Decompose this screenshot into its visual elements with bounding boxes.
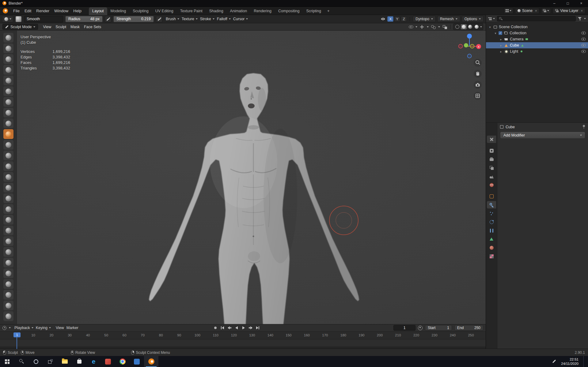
visibility-eye-icon[interactable] [581, 50, 586, 53]
workspace-tab[interactable]: Sculpting [129, 7, 152, 15]
taskbar-app-button[interactable] [130, 356, 144, 367]
gizmo-neg-x-axis[interactable] [459, 44, 463, 48]
gizmo-neg-y-axis[interactable] [470, 44, 474, 48]
timeline-popover[interactable]: Playback [13, 326, 35, 330]
properties-tab[interactable] [487, 173, 496, 180]
sculpt-popover[interactable]: Options [462, 16, 484, 22]
strength-slider[interactable]: Strength 0.219 [113, 16, 154, 22]
filter-icon[interactable] [578, 17, 582, 21]
taskbar-app-button[interactable] [43, 356, 58, 367]
sculpt-tool-button[interactable] [3, 193, 13, 203]
shading-material-button[interactable] [467, 24, 473, 29]
workspace-tab[interactable]: Modeling [107, 7, 130, 15]
sculpt-tool-button[interactable] [3, 86, 13, 96]
active-tool-dropdown[interactable] [2, 16, 13, 22]
workspace-tab[interactable]: Scripting [303, 7, 324, 15]
visibility-eye-icon[interactable] [409, 25, 413, 28]
play-reverse-button[interactable] [233, 325, 240, 331]
properties-tab[interactable] [487, 164, 496, 171]
camera-view-button[interactable] [474, 81, 482, 89]
taskbar-app-button[interactable] [144, 356, 158, 367]
mirror-axis-button[interactable]: Z [401, 16, 407, 22]
taskbar-app-button[interactable] [115, 356, 130, 367]
workspace-tab[interactable]: UV Editing [152, 7, 177, 15]
sculpt-tool-button[interactable] [3, 290, 13, 300]
outliner-row[interactable]: ▾ Collection [486, 30, 588, 36]
browse-scene-button[interactable] [504, 8, 513, 14]
outliner-search-input[interactable] [497, 16, 576, 21]
pen-icon[interactable] [552, 359, 556, 364]
sculpt-tool-button[interactable] [3, 236, 13, 246]
visibility-eye-icon[interactable] [581, 44, 586, 47]
sculpt-tool-button[interactable] [3, 151, 13, 160]
properties-tab[interactable] [487, 244, 496, 251]
workspace-tab[interactable]: Compositing [275, 7, 303, 15]
tool-popover[interactable]: Stroke [199, 17, 216, 21]
expander-icon[interactable]: ▸ [499, 38, 503, 41]
properties-tab[interactable] [487, 218, 496, 226]
sculpt-tool-button[interactable] [3, 247, 13, 257]
timeline-editor-type-icon[interactable] [2, 326, 6, 330]
prev-keyframe-button[interactable] [226, 325, 233, 331]
expander-icon[interactable]: ▸ [499, 50, 503, 53]
expander-icon[interactable]: ▾ [488, 25, 491, 29]
outliner-item-label[interactable]: Light [510, 49, 518, 54]
sculpt-tool-button[interactable] [3, 226, 13, 235]
tool-popover[interactable]: Texture [180, 17, 199, 21]
expander-icon[interactable]: ▾ [494, 32, 497, 35]
taskbar-app-button[interactable] [29, 356, 43, 367]
remove-view-layer-icon[interactable] [581, 9, 583, 13]
outliner-item-label[interactable]: Cube [510, 43, 519, 47]
pin-icon[interactable] [582, 125, 585, 129]
viewport-menu-item[interactable]: Face Sets [82, 24, 103, 30]
add-modifier-button[interactable]: Add Modifier [500, 132, 585, 139]
strength-pressure-toggle[interactable] [156, 16, 162, 22]
maximize-button[interactable]: □ [561, 0, 575, 7]
viewport-menu-item[interactable]: Sculpt [53, 24, 68, 30]
sculpt-tool-button[interactable] [3, 118, 13, 128]
outliner-row[interactable]: ▸ Light [486, 48, 588, 54]
menu-item[interactable]: Help [71, 7, 84, 14]
sculpt-tool-button[interactable] [3, 183, 13, 193]
view-layer-selector[interactable]: View Layer [553, 8, 585, 14]
outliner-item-label[interactable]: Camera [510, 37, 523, 41]
gizmos-icon[interactable] [419, 24, 425, 29]
brush-datablock-icon[interactable] [15, 16, 22, 22]
unlink-scene-icon[interactable] [535, 9, 537, 13]
visibility-eye-icon[interactable] [581, 38, 586, 41]
tool-popover[interactable]: Brush [165, 17, 180, 21]
blender-menu-logo-icon[interactable] [3, 8, 8, 13]
sculpt-tool-button[interactable] [3, 311, 13, 321]
timeline-body[interactable]: 1020304050607080901001101201301401501601… [0, 331, 486, 349]
expander-icon[interactable]: ▸ [499, 44, 503, 47]
sculpt-tool-button[interactable] [3, 279, 13, 289]
properties-tab[interactable] [487, 201, 496, 208]
viewport-menu-item[interactable]: Mask [68, 24, 82, 30]
record-button[interactable] [212, 325, 218, 331]
pan-hand-button[interactable] [474, 70, 482, 78]
mode-selector[interactable]: Sculpt Mode [2, 24, 38, 30]
xray-toggle-icon[interactable] [442, 24, 447, 29]
mirror-axis-button[interactable]: Y [394, 16, 400, 22]
overlays-icon[interactable] [431, 24, 436, 29]
shading-solid-button[interactable] [461, 24, 467, 29]
next-keyframe-button[interactable] [247, 325, 254, 331]
zoom-button[interactable] [474, 59, 482, 67]
radius-slider[interactable]: Radius 48 px [65, 16, 103, 22]
properties-tab[interactable] [487, 235, 496, 243]
sculpt-tool-button[interactable] [3, 54, 13, 64]
timeline-menu-item[interactable]: View [55, 326, 65, 330]
timeline-ruler[interactable]: 1020304050607080901001101201301401501601… [0, 331, 486, 339]
scene-selector[interactable]: Scene [515, 8, 539, 14]
menu-item[interactable]: File [11, 7, 22, 14]
jump-to-start-button[interactable] [219, 325, 226, 331]
taskbar-app-button[interactable] [86, 356, 101, 367]
outliner-row[interactable]: ▾ Scene Collection [486, 24, 588, 30]
workspace-tab[interactable]: Texture Paint [177, 7, 206, 15]
menu-item[interactable]: Edit [22, 7, 34, 14]
outliner-row[interactable]: ▸ Cube [486, 42, 588, 48]
radius-pressure-toggle[interactable] [105, 16, 111, 22]
tool-popover[interactable]: Cursor [232, 17, 249, 21]
shading-rendered-button[interactable] [474, 24, 480, 29]
sculpt-tool-button[interactable] [3, 43, 13, 53]
